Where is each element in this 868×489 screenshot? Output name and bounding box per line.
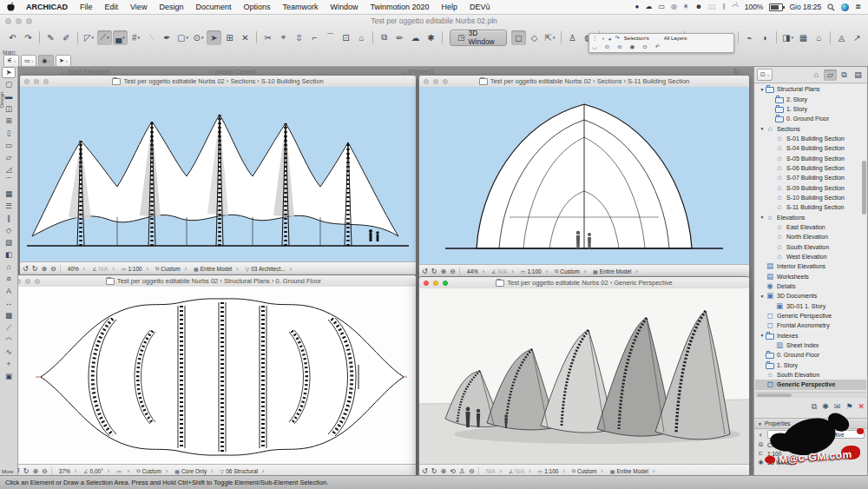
navigator-tree-item[interactable]: Elevations (755, 212, 866, 221)
tool-column[interactable]: ▯ (2, 128, 16, 139)
menu-item[interactable]: Window (324, 3, 364, 11)
bluetooth-icon[interactable]: ᛒ (722, 3, 727, 11)
viewbar-segment[interactable]: ▭1:100 (517, 268, 551, 274)
forward-icon[interactable]: ↻ (32, 265, 38, 273)
zoom-in-icon[interactable]: ⊕ (440, 467, 446, 475)
zoom-button[interactable] (443, 281, 448, 286)
arrow-tool-button[interactable]: ➤› (56, 55, 71, 67)
chat-bubble-icon[interactable]: ● (635, 3, 640, 11)
pick-up-parameters-icon[interactable]: ✎ (43, 30, 58, 45)
select-elements-icon[interactable]: ➤ (207, 30, 221, 45)
window-title-bar[interactable]: Test per oggetto editabile Nurbs 02 › St… (11, 275, 416, 287)
accessibility-icon[interactable]: ✳ (683, 3, 689, 11)
view-map-icon[interactable]: ▱ (824, 69, 837, 81)
tree-scrollbar-thumb[interactable] (862, 161, 866, 215)
stretch-icon[interactable]: ⇳ (292, 30, 306, 45)
navigator-tree-item[interactable]: 0. Ground Floor (755, 350, 866, 360)
background-window-tab[interactable]: ⊡[Action Center] (208, 69, 255, 75)
zoom-button[interactable] (443, 79, 448, 84)
cloud-sync-icon[interactable]: ☁ (645, 3, 652, 11)
navigator-tree-item[interactable]: 3D Documents (755, 291, 866, 301)
compass-button[interactable]: ◉› (38, 55, 54, 67)
unlock-icon[interactable]: ⊘ (617, 43, 621, 50)
viewbar-segment[interactable]: ▽03 Architect... (242, 266, 295, 272)
tool-object[interactable]: ⌂ (2, 261, 16, 273)
split-icon[interactable]: ✂ (260, 30, 275, 45)
viewbar-segment[interactable]: ▦Entire Model (589, 268, 641, 274)
menu-item[interactable]: Twinmotion 2020 (365, 3, 436, 11)
tool-arc[interactable]: ◠ (2, 334, 16, 345)
tool-spline[interactable]: ∿ (2, 346, 16, 357)
navigator-tree-item[interactable]: Frontal Axonometry (755, 320, 866, 330)
navigator-tree-item[interactable]: Worksheets (755, 272, 866, 281)
tool-slab[interactable]: ▱ (2, 152, 16, 163)
tool-hotspot[interactable]: + (2, 358, 16, 369)
cube-view-icon[interactable]: ◻ (511, 30, 526, 45)
disclosure-arrow[interactable] (759, 294, 766, 299)
wall-reference-button[interactable]: ⚟› (3, 55, 19, 67)
menu-item[interactable]: Teamwork (276, 3, 324, 11)
orbit-icon[interactable]: ⟲ (450, 467, 456, 475)
menu-item[interactable]: DEVù (464, 3, 496, 11)
viewbar-segment[interactable]: 44% (462, 268, 488, 274)
navigator-tree-item[interactable]: 1. Story (755, 360, 866, 370)
tool-mesh[interactable]: ▨ (2, 237, 16, 248)
menu-clock[interactable]: Gio 18:25 (789, 3, 821, 11)
more-tools-label[interactable]: More (2, 469, 14, 474)
align-icon[interactable]: ⧉ (377, 30, 391, 45)
forward-icon[interactable]: ↻ (23, 467, 30, 475)
copy-settings-icon[interactable]: ⧉ (812, 402, 817, 412)
lock-icon[interactable]: ⊙ (605, 43, 609, 50)
background-window-tab[interactable]: ⊡[Picture1] (401, 69, 434, 75)
menu-item[interactable]: Help (436, 3, 464, 11)
viewbar-segment[interactable]: ⧉Custom (551, 268, 589, 274)
minimize-button[interactable] (433, 281, 438, 286)
design-group-label[interactable]: Design (0, 92, 4, 109)
toolbar-icon[interactable] (77, 31, 78, 43)
navigator-tree-item[interactable]: 1. Story (755, 104, 866, 114)
roof-tool-icon[interactable]: ⌂ (354, 30, 369, 45)
viewbar-segment[interactable]: ∠N/A (488, 268, 517, 274)
home-view-icon[interactable]: ⌂ (812, 30, 826, 45)
all-lock-icon[interactable]: ⊙ (642, 43, 647, 50)
navigator-tree-item[interactable]: S-04 Building Section (755, 143, 866, 153)
menu-item[interactable]: File (74, 3, 99, 11)
users-icon[interactable]: ☻ (695, 3, 702, 11)
layout-book-icon[interactable]: ⧉ (838, 69, 851, 81)
settings-gear-icon[interactable]: ✱ (424, 30, 438, 45)
perspective-3d-canvas[interactable] (419, 288, 749, 465)
viewbar-segment[interactable]: N/A (481, 468, 505, 474)
photo-render-icon[interactable]: ▦ (796, 30, 811, 45)
corner-icon[interactable]: ⌐ (307, 30, 322, 45)
inject-parameters-icon[interactable]: ✐ (59, 30, 74, 45)
display-icon[interactable]: ▭ (658, 3, 665, 11)
tool-figure[interactable]: ▣ (2, 370, 16, 381)
close-button[interactable] (424, 79, 429, 84)
navigator-tree-item[interactable]: South Elevation (755, 370, 866, 380)
line-mode-icon[interactable]: ⟋ (97, 30, 112, 45)
fillet-icon[interactable]: ⌒ (323, 30, 338, 45)
navigator-tree-item[interactable]: North Elevation (755, 232, 866, 241)
undo-layers-icon[interactable]: ↶ (655, 43, 660, 50)
tool-shell[interactable]: ⌒ (2, 176, 16, 188)
back-icon[interactable]: ↺ (422, 467, 428, 475)
navigator-tree-item[interactable]: S-09 Building Section (755, 182, 866, 192)
paint-bucket-icon[interactable]: ◗ (758, 30, 773, 45)
snap-grid-icon[interactable]: # (128, 30, 143, 45)
navigator-tree-item[interactable]: 0. Ground Floor (755, 114, 866, 123)
menu-item[interactable]: Design (153, 3, 189, 11)
lock-icon[interactable]: ⊙ (191, 30, 206, 45)
tool-dimension[interactable]: ↔ (2, 298, 16, 309)
navigator-tree-item[interactable]: West Elevation (755, 252, 866, 261)
tool-fill[interactable]: ▩ (2, 309, 16, 320)
siri-icon[interactable] (841, 3, 849, 11)
redo-icon[interactable]: ↷ (21, 30, 36, 45)
disclosure-arrow[interactable] (759, 333, 766, 338)
marquee-mode-icon[interactable]: ▢ (175, 30, 190, 45)
menu-item[interactable]: View (124, 3, 153, 11)
view-name-field[interactable]: Generic Perspective (791, 430, 865, 439)
project-map-icon[interactable]: ⌂ (810, 69, 823, 81)
axonometry-icon[interactable]: ⇱ (542, 30, 557, 45)
navigator-tree-item[interactable]: Generic Perspective (755, 380, 866, 389)
hide-selection-icon[interactable]: ◔ (602, 36, 605, 42)
